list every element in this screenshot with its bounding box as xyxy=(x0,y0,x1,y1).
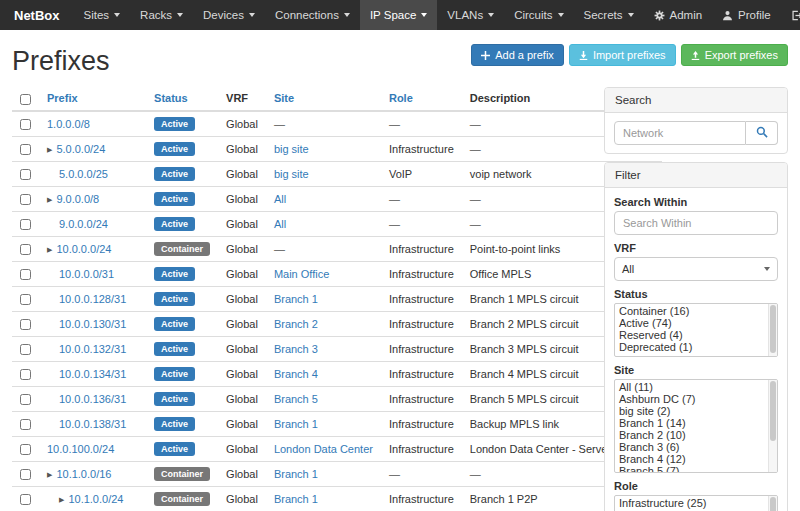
role-listbox[interactable]: Infrastructure (25)Management (8)Private… xyxy=(614,495,778,511)
prefix-link[interactable]: 10.0.0.134/31 xyxy=(59,368,126,380)
prefix-link[interactable]: 10.0.0.136/31 xyxy=(59,393,126,405)
site-link[interactable]: Branch 4 xyxy=(274,368,318,380)
prefix-link[interactable]: 1.0.0.0/8 xyxy=(47,118,90,130)
role-cell: Infrastructure xyxy=(381,261,462,286)
site-link[interactable]: Branch 1 xyxy=(274,493,318,505)
site-link[interactable]: big site xyxy=(274,143,309,155)
scrollbar[interactable] xyxy=(768,496,777,511)
row-checkbox[interactable] xyxy=(20,294,31,305)
site-option[interactable]: Ashburn DC (7) xyxy=(615,393,777,405)
row-checkbox[interactable] xyxy=(20,469,31,480)
nav-item-connections[interactable]: Connections xyxy=(265,0,360,30)
site-link[interactable]: Branch 5 xyxy=(274,393,318,405)
scrollbar[interactable] xyxy=(768,380,777,472)
vrf-cell: Global xyxy=(218,211,266,236)
site-link[interactable]: All xyxy=(274,218,286,230)
prefix-link[interactable]: 10.0.0.130/31 xyxy=(59,318,126,330)
prefix-table: Prefix Status VRF Site Role Description … xyxy=(12,87,662,511)
table-row: ▶10.1.0.0/16ContainerGlobalBranch 1—— xyxy=(12,461,662,486)
export-prefixes-button[interactable]: Export prefixes xyxy=(681,44,788,66)
prefix-link[interactable]: 10.1.0.0/24 xyxy=(68,493,123,505)
row-checkbox[interactable] xyxy=(20,444,31,455)
row-checkbox[interactable] xyxy=(20,144,31,155)
prefix-link[interactable]: 10.0.100.0/24 xyxy=(47,443,114,455)
row-checkbox[interactable] xyxy=(20,369,31,380)
nav-item-vlans[interactable]: VLANs xyxy=(437,0,504,30)
nav-item-profile[interactable]: Profile xyxy=(712,0,781,30)
prefix-link[interactable]: 10.1.0.0/16 xyxy=(56,468,111,480)
site-option[interactable]: big site (2) xyxy=(615,405,777,417)
site-link[interactable]: London Data Center xyxy=(274,443,373,455)
column-header-status[interactable]: Status xyxy=(154,92,188,104)
site-link[interactable]: big site xyxy=(274,168,309,180)
vrf-select[interactable]: All xyxy=(614,257,778,281)
nav-item-devices[interactable]: Devices xyxy=(193,0,265,30)
site-option[interactable]: Branch 5 (7) xyxy=(615,465,777,473)
site-option[interactable]: Branch 3 (6) xyxy=(615,441,777,453)
prefix-link[interactable]: 10.0.0.132/31 xyxy=(59,343,126,355)
site-link[interactable]: All xyxy=(274,193,286,205)
search-input[interactable] xyxy=(614,121,746,145)
select-all-checkbox[interactable] xyxy=(20,94,31,105)
row-checkbox[interactable] xyxy=(20,269,31,280)
column-header-site[interactable]: Site xyxy=(274,92,294,104)
row-checkbox[interactable] xyxy=(20,344,31,355)
site-link[interactable]: Branch 3 xyxy=(274,343,318,355)
prefix-link[interactable]: 9.0.0.0/8 xyxy=(56,193,99,205)
search-button[interactable] xyxy=(746,121,778,145)
site-link[interactable]: Branch 2 xyxy=(274,318,318,330)
site-option[interactable]: Branch 4 (12) xyxy=(615,453,777,465)
scrollbar[interactable] xyxy=(768,304,777,356)
status-option[interactable]: Container (16) xyxy=(615,305,777,317)
search-within-input[interactable] xyxy=(614,211,778,235)
prefix-link[interactable]: 5.0.0.0/25 xyxy=(59,168,108,180)
row-checkbox[interactable] xyxy=(20,419,31,430)
site-link[interactable]: Branch 1 xyxy=(274,418,318,430)
row-checkbox[interactable] xyxy=(20,394,31,405)
import-prefixes-button[interactable]: Import prefixes xyxy=(569,44,676,66)
nav-item-logout[interactable]: Log out xyxy=(781,0,800,30)
nav-item-racks[interactable]: Racks xyxy=(130,0,193,30)
site-option[interactable]: Branch 2 (10) xyxy=(615,429,777,441)
nav-item-secrets[interactable]: Secrets xyxy=(574,0,644,30)
column-header-role[interactable]: Role xyxy=(389,92,413,104)
column-header-prefix[interactable]: Prefix xyxy=(47,92,78,104)
site-listbox[interactable]: All (11)Ashburn DC (7)big site (2)Branch… xyxy=(614,379,778,473)
site-option[interactable]: All (11) xyxy=(615,381,777,393)
status-option[interactable]: Deprecated (1) xyxy=(615,341,777,353)
site-link[interactable]: Branch 1 xyxy=(274,468,318,480)
column-header-vrf: VRF xyxy=(218,87,266,111)
site-link[interactable]: Branch 1 xyxy=(274,293,318,305)
row-checkbox[interactable] xyxy=(20,119,31,130)
prefix-link[interactable]: 10.0.0.0/31 xyxy=(59,268,114,280)
status-option[interactable]: Reserved (4) xyxy=(615,329,777,341)
nav-item-ip-space[interactable]: IP Space xyxy=(360,0,437,30)
row-checkbox[interactable] xyxy=(20,319,31,330)
status-option[interactable]: Active (74) xyxy=(615,317,777,329)
site-link[interactable]: Main Office xyxy=(274,268,329,280)
status-listbox[interactable]: Container (16)Active (74)Reserved (4)Dep… xyxy=(614,303,778,357)
prefix-link[interactable]: 10.0.0.138/31 xyxy=(59,418,126,430)
table-header-row: Prefix Status VRF Site Role Description xyxy=(12,87,662,111)
chevron-down-icon xyxy=(488,13,494,17)
prefix-link[interactable]: 10.0.0.128/31 xyxy=(59,293,126,305)
row-checkbox[interactable] xyxy=(20,194,31,205)
nav-item-sites[interactable]: Sites xyxy=(74,0,131,30)
prefix-link[interactable]: 9.0.0.0/24 xyxy=(59,218,108,230)
role-option[interactable]: Infrastructure (25) xyxy=(615,497,777,509)
add-prefix-button[interactable]: Add a prefix xyxy=(471,44,564,66)
prefix-link[interactable]: 5.0.0.0/24 xyxy=(56,143,105,155)
row-checkbox[interactable] xyxy=(20,244,31,255)
prefix-link[interactable]: 10.0.0.0/24 xyxy=(56,243,111,255)
site-cell: Branch 4 xyxy=(266,361,381,386)
row-checkbox[interactable] xyxy=(20,494,31,505)
brand[interactable]: NetBox xyxy=(0,0,74,30)
nav-item-admin[interactable]: Admin xyxy=(644,0,713,30)
row-checkbox[interactable] xyxy=(20,219,31,230)
nav-item-circuits[interactable]: Circuits xyxy=(504,0,573,30)
role-cell: Infrastructure xyxy=(381,136,462,161)
row-checkbox[interactable] xyxy=(20,169,31,180)
table-row: ▶10.0.0.0/24ContainerGlobal—Infrastructu… xyxy=(12,236,662,261)
expand-arrow-icon: ▶ xyxy=(47,196,52,203)
site-option[interactable]: Branch 1 (14) xyxy=(615,417,777,429)
